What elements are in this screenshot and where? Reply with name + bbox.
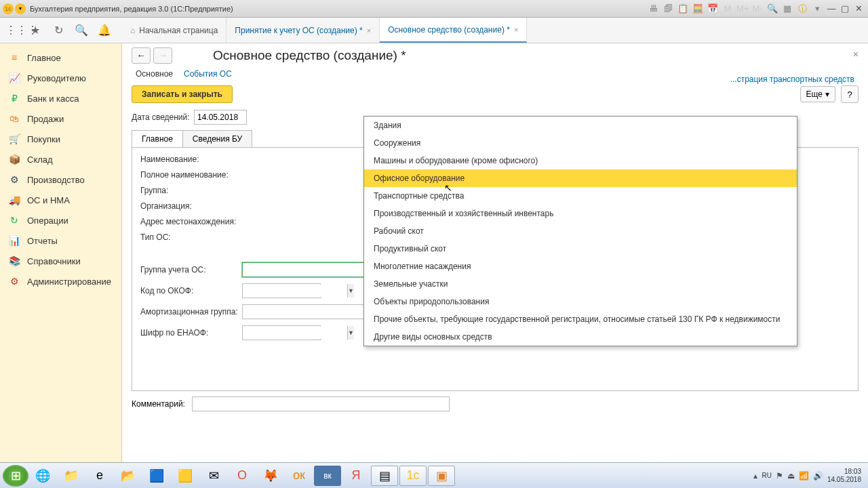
dropdown-option[interactable]: Офисное оборудование [364, 169, 797, 187]
sidebar-item[interactable]: 📈Руководителю [0, 68, 121, 88]
sidebar-item[interactable]: ⚙Администрирование [0, 271, 121, 291]
nav-forward-button[interactable]: → [153, 47, 172, 64]
inner-tab-main[interactable]: Главное [132, 130, 183, 147]
apps-icon[interactable]: ⋮⋮⋮ [5, 24, 19, 37]
tray-volume-icon[interactable]: 🔊 [813, 471, 823, 481]
tab-close-icon[interactable]: × [367, 26, 371, 35]
sidebar-item[interactable]: 🛒Покупки [0, 129, 121, 149]
help-button[interactable]: ? [841, 85, 859, 103]
taskbar-yandex-icon[interactable]: Я [342, 466, 370, 486]
toolbar-m-minus-icon[interactable]: M- [751, 3, 764, 15]
sidebar-item[interactable]: ≡Главное [0, 47, 121, 68]
taskbar-opera-icon[interactable]: O [229, 466, 256, 486]
more-button[interactable]: Еще ▾ [800, 86, 835, 102]
sidebar-item[interactable]: ₽Банк и касса [0, 88, 121, 108]
panels-icon[interactable]: ▦ [781, 3, 793, 15]
dropdown-option[interactable]: Производственный и хозяйственный инвента… [364, 205, 797, 222]
start-button[interactable]: ⊞ [3, 465, 28, 487]
dropdown-icon[interactable]: ▾ [811, 3, 823, 15]
bell-icon[interactable]: 🔔 [98, 24, 111, 37]
tab-home[interactable]: ⌂Начальная страница [122, 18, 226, 43]
toolbar-icon[interactable]: 🖶 [647, 3, 659, 15]
tray-up-icon[interactable]: ▴ [753, 471, 757, 481]
taskbar-app-icon[interactable]: 🟦 [143, 466, 170, 486]
app-menu-dropdown[interactable]: ▾ [15, 3, 26, 14]
okof-input[interactable] [245, 285, 347, 297]
info-icon[interactable]: ⓘ [796, 3, 808, 15]
save-close-button[interactable]: Записать и закрыть [132, 85, 233, 103]
subnav-main[interactable]: Основное [136, 69, 173, 79]
taskbar-app-icon[interactable]: 🟨 [172, 466, 199, 486]
nav-back-button[interactable]: ← [132, 47, 151, 64]
dropdown-option[interactable]: Объекты природопользования [364, 293, 797, 310]
toolbar-m-icon[interactable]: M [722, 3, 734, 15]
sidebar-label: Отчеты [27, 236, 58, 246]
subnav-registration[interactable]: ...страция транспортных средств [730, 75, 854, 84]
taskbar-running-app[interactable]: ▤ [371, 466, 398, 486]
date-input[interactable] [194, 110, 247, 125]
dropdown-option[interactable]: Многолетние насаждения [364, 258, 797, 275]
subnav-events[interactable]: События ОС [184, 69, 232, 79]
sidebar-item[interactable]: ⚙Производство [0, 169, 121, 190]
sidebar-item[interactable]: 📦Склад [0, 149, 121, 169]
taskbar-ok-icon[interactable]: ок [285, 466, 313, 486]
taskbar-explorer-icon[interactable]: 📁 [58, 466, 85, 486]
taskbar-folder-icon[interactable]: 📂 [115, 466, 142, 486]
page-subnav: Основное События ОС ...страция транспорт… [136, 69, 859, 79]
tab-close-icon[interactable]: × [514, 26, 518, 34]
chevron-down-icon[interactable]: ▼ [347, 284, 354, 298]
okof-combo[interactable]: ▼ [242, 283, 321, 298]
toolbar-icon[interactable]: 🗐 [662, 3, 674, 15]
sidebar-item[interactable]: ↻Операции [0, 210, 121, 230]
minimize-button[interactable]: — [825, 3, 837, 15]
sidebar-item[interactable]: 📚Справочники [0, 251, 121, 271]
tray-icon[interactable]: ⚑ [776, 471, 783, 481]
sidebar-item[interactable]: 📊Отчеты [0, 230, 121, 251]
tab-acceptance[interactable]: Принятие к учету ОС (создание) *× [226, 18, 380, 43]
tray-lang[interactable]: RU [762, 472, 771, 479]
taskbar-mail-icon[interactable]: ✉ [200, 466, 227, 486]
dropdown-option[interactable]: Рабочий скот [364, 222, 797, 240]
dropdown-option[interactable]: Машины и оборудование (кроме офисного) [364, 152, 797, 169]
sidebar-item[interactable]: 🛍Продажи [0, 108, 121, 129]
taskbar-running-1c[interactable]: 1c [399, 466, 427, 486]
comment-label: Комментарий: [132, 399, 185, 409]
sidebar-label: Банк и касса [27, 94, 79, 104]
page-close-button[interactable]: × [853, 49, 859, 60]
toolbar-icon[interactable]: 📅 [707, 3, 719, 15]
taskbar-running-app[interactable]: ▣ [428, 466, 455, 486]
chevron-down-icon[interactable]: ▼ [347, 326, 354, 340]
sidebar-item[interactable]: 🚚ОС и НМА [0, 190, 121, 210]
taskbar-vk-icon[interactable]: вк [314, 466, 341, 486]
tray-network-icon[interactable]: 📶 [799, 471, 809, 481]
search-icon[interactable]: 🔍 [75, 24, 88, 37]
dropdown-option[interactable]: Продуктивный скот [364, 240, 797, 258]
tray-icon[interactable]: ⏏ [787, 471, 795, 481]
comment-input[interactable] [192, 396, 450, 411]
dropdown-option[interactable]: Прочие объекты, требующие государственно… [364, 310, 797, 328]
enaof-combo[interactable]: ▼ [242, 325, 321, 340]
tab-fixed-asset[interactable]: Основное средство (создание) *× [380, 18, 527, 43]
toolbar-m-plus-icon[interactable]: M+ [736, 3, 749, 15]
dropdown-option[interactable]: Земельные участки [364, 275, 797, 293]
taskbar-firefox-icon[interactable]: 🦊 [257, 466, 284, 486]
star-icon[interactable]: ★ [28, 24, 42, 37]
history-icon[interactable]: ↻ [52, 24, 65, 37]
toolbar-icon[interactable]: 🧮 [692, 3, 704, 15]
close-button[interactable]: ✕ [852, 3, 865, 15]
dropdown-option[interactable]: Здания [364, 117, 797, 134]
system-tray[interactable]: ▴ RU ⚑ ⏏ 📶 🔊 18:03 14.05.2018 [753, 468, 865, 484]
sidebar-icon: ≡ [8, 52, 20, 63]
dropdown-option[interactable]: Сооружения [364, 134, 797, 152]
tray-clock[interactable]: 18:03 14.05.2018 [827, 468, 861, 484]
dropdown-option[interactable]: Другие виды основных средств [364, 328, 797, 346]
maximize-button[interactable]: ▢ [839, 3, 851, 15]
enaof-input[interactable] [245, 327, 347, 339]
dropdown-option[interactable]: Транспортные средства [364, 187, 797, 205]
taskbar-edge-icon[interactable]: e [86, 466, 113, 486]
taskbar-ie-icon[interactable]: 🌐 [29, 466, 56, 486]
toolbar-icon[interactable]: 📋 [677, 3, 689, 15]
label-group: Группа: [140, 186, 242, 195]
zoom-icon[interactable]: 🔍 [766, 3, 778, 15]
inner-tab-accounting[interactable]: Сведения БУ [183, 130, 252, 147]
